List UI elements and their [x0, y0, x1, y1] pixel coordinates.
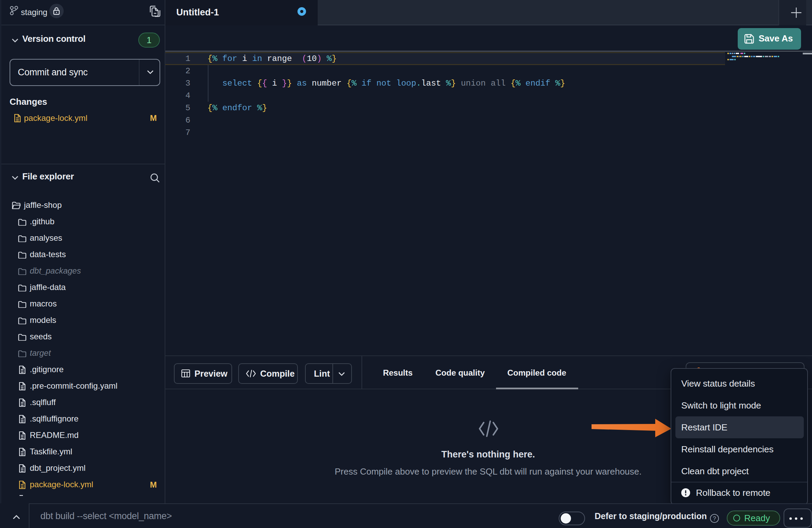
- svg-text:?: ?: [713, 515, 716, 522]
